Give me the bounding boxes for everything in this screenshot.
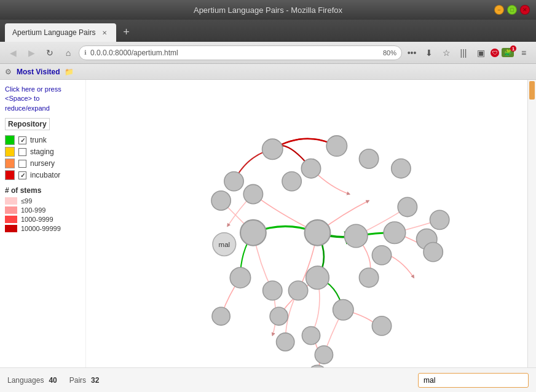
library-button[interactable]: ||| [456,45,471,60]
search-input[interactable] [418,373,529,388]
pocket-button[interactable]: ⬇ [422,45,436,60]
svg-point-6 [282,171,301,190]
minimize-button[interactable]: − [494,5,504,15]
stems-section: # of stems ≤99 100-999 1000-9999 10000-9… [5,186,81,232]
stems-bar-99 [5,197,17,205]
repository-label: Repository [5,118,50,130]
languages-stat: Languages 40 [7,376,57,385]
languages-value: 40 [49,376,57,385]
titlebar-title: Apertium Language Pairs - Mozilla Firefo… [194,6,342,15]
tab-close-button[interactable]: ✕ [100,28,109,37]
url-bar[interactable]: ℹ 0.0.0.0:8000/apertium.html 80% [79,45,402,60]
svg-point-2 [326,136,347,156]
stems-title: # of stems [5,186,81,195]
menu-button[interactable]: ≡ [516,45,531,60]
titlebar-buttons: − □ ✕ [494,5,530,15]
staging-color [5,147,15,157]
staging-checkbox[interactable] [18,148,26,156]
back-button[interactable]: ◀ [5,45,21,61]
stems-bar-999 [5,206,17,214]
svg-point-4 [392,159,411,178]
svg-point-28 [277,333,294,351]
legend-sidebar: Click here or press <Space> to reduce/ex… [0,80,86,392]
svg-point-7 [211,191,231,210]
svg-point-3 [359,149,378,168]
svg-point-10 [240,220,266,246]
sidebar-button[interactable]: ▣ [473,45,488,60]
graph-area[interactable]: mal [86,80,536,392]
svg-point-30 [315,346,333,364]
svg-point-27 [372,316,391,335]
url-security-icon: ℹ [84,49,87,56]
tabbar: Apertium Language Pairs ✕ + [0,20,536,42]
incubator-checkbox[interactable]: ✓ [18,171,26,179]
svg-point-26 [333,300,353,320]
nav-icons: ••• ⬇ ☆ ||| ▣ 🛡 🧩 1 ≡ [404,45,531,60]
trunk-checkbox[interactable]: ✓ [18,136,26,144]
svg-point-15 [398,197,417,216]
legend-hint[interactable]: Click here or press <Space> to reduce/ex… [5,85,81,113]
browser-window: Apertium Language Pairs - Mozilla Firefo… [0,0,536,392]
svg-point-19 [359,268,378,287]
svg-point-25 [270,307,288,325]
bottom-bar: Languages 40 Pairs 32 [0,367,536,392]
incubator-label: incubator [30,171,60,179]
trunk-label: trunk [30,136,47,144]
svg-point-17 [424,242,443,261]
legend-item-staging: staging [5,147,81,157]
legend-item-incubator: ✓ incubator [5,170,81,180]
more-button[interactable]: ••• [404,45,419,60]
stems-label-99999: 10000-99999 [21,225,61,232]
bookmarks-bar: ⚙ Most Visited 📁 [0,64,536,80]
close-button[interactable]: ✕ [520,5,530,15]
svg-point-23 [288,281,307,300]
svg-text:mal: mal [219,241,231,248]
staging-label: staging [30,147,54,156]
svg-point-5 [301,159,320,178]
bookmark-button[interactable]: ☆ [439,45,454,60]
svg-point-13 [384,222,406,244]
shield-badge[interactable]: 🛡 [491,49,499,57]
stems-label-999: 100-999 [21,206,45,214]
nursery-label: nursery [30,159,55,168]
legend-item-trunk: ✓ trunk [5,135,81,145]
bookmarks-settings-icon: ⚙ [5,68,12,76]
svg-point-12 [344,224,368,248]
svg-point-8 [243,184,262,203]
svg-point-24 [212,307,230,325]
most-visited-link[interactable]: Most Visited [17,68,60,76]
svg-point-22 [263,281,282,300]
incubator-color [5,170,15,180]
svg-point-20 [306,266,329,289]
titlebar: Apertium Language Pairs - Mozilla Firefo… [0,0,536,20]
extensions-button[interactable]: 🧩 1 [502,48,514,57]
scrollbar[interactable] [527,80,536,392]
maximize-button[interactable]: □ [507,5,517,15]
stems-item-9999: 1000-9999 [5,216,81,223]
new-tab-button[interactable]: + [119,25,133,39]
languages-label: Languages [7,376,44,385]
svg-point-29 [302,326,320,344]
scrollbar-thumb[interactable] [529,81,535,100]
trunk-color [5,135,15,145]
stems-label-9999: 1000-9999 [21,216,53,223]
forward-button[interactable]: ▶ [23,45,39,61]
reload-button[interactable]: ↻ [42,45,58,61]
extensions-badge: 1 [510,45,516,52]
url-text: 0.0.0.0:8000/apertium.html [90,49,379,57]
stems-item-99999: 10000-99999 [5,225,81,232]
stems-item-99: ≤99 [5,197,81,205]
active-tab[interactable]: Apertium Language Pairs ✕ [5,23,116,42]
navbar: ◀ ▶ ↻ ⌂ ℹ 0.0.0.0:8000/apertium.html 80%… [0,42,536,64]
home-button[interactable]: ⌂ [60,45,76,61]
pairs-value: 32 [91,376,99,385]
main-content: Click here or press <Space> to reduce/ex… [0,80,536,392]
bookmarks-folder-icon[interactable]: 📁 [65,68,74,76]
language-graph: mal [86,80,536,392]
pairs-stat: Pairs 32 [69,376,100,385]
url-zoom: 80% [383,49,396,57]
svg-point-11 [305,220,331,246]
stems-item-999: 100-999 [5,206,81,214]
nursery-checkbox[interactable] [18,160,26,168]
pairs-label: Pairs [69,376,86,385]
